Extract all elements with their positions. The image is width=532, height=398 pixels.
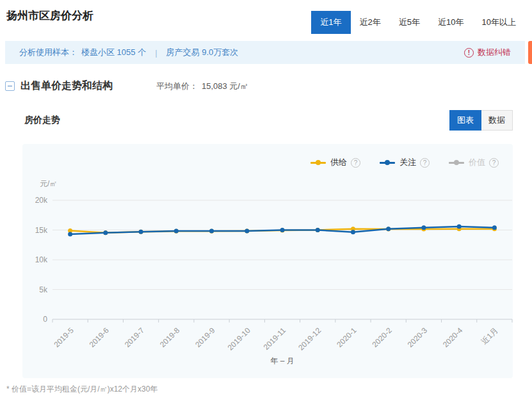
legend-label-supply: 供给 <box>330 157 347 168</box>
x-tick-label: 2019-10 <box>226 326 252 352</box>
series-point-关注 <box>245 228 249 233</box>
series-point-关注 <box>457 224 462 228</box>
legend-label-value: 价值 <box>469 157 485 168</box>
stat-divider: | <box>155 48 157 58</box>
legend-label-attention: 关注 <box>399 157 416 168</box>
page-title: 扬州市区房价分析 <box>6 8 93 23</box>
value-formula-footnote: * 价值=该月平均租金(元/月/㎡)x12个月x30年 <box>6 384 157 395</box>
value-line-marker-icon <box>449 159 464 166</box>
price-trend-chart: 元/㎡05k10k15k20k2019-52019-62019-72019-82… <box>22 144 513 378</box>
series-point-关注 <box>103 230 108 235</box>
help-circle-icon[interactable]: ? <box>489 158 499 168</box>
average-price-value: 15,083 元/㎡ <box>202 81 248 91</box>
series-point-关注 <box>209 228 214 233</box>
series-point-关注 <box>492 225 497 230</box>
x-tick-label: 2019-11 <box>262 326 288 352</box>
y-tick-label: 5k <box>39 285 48 294</box>
legend-item-value[interactable]: 价值 ? <box>449 157 499 168</box>
y-tick-label: 20k <box>35 196 48 205</box>
tab-recent-10-years[interactable]: 近10年 <box>429 11 472 34</box>
section-title: 出售单价走势和结构 <box>20 79 113 93</box>
collapse-minus-icon[interactable] <box>5 81 15 91</box>
series-point-关注 <box>280 228 285 232</box>
x-tick-label: 2019-6 <box>88 326 111 349</box>
legend-item-supply[interactable]: 供给 ? <box>310 157 360 168</box>
sample-communities-stat: 楼盘小区 1055 个 <box>81 47 146 58</box>
series-point-关注 <box>68 232 72 237</box>
sample-info-bar: 分析使用样本： 楼盘小区 1055 个 | 房产交易 9.0万套次 ! 数据纠错 <box>5 41 525 64</box>
toggle-chart-button[interactable]: 图表 <box>449 110 481 131</box>
y-axis-unit-label: 元/㎡ <box>40 179 57 188</box>
x-tick-label: 2019-7 <box>123 326 147 349</box>
x-tick-label: 2019-12 <box>296 326 323 352</box>
side-float-widget[interactable] <box>528 41 532 64</box>
tab-recent-1-year[interactable]: 近1年 <box>311 11 350 34</box>
series-point-关注 <box>174 228 179 233</box>
tab-over-10-years[interactable]: 10年以上 <box>473 11 525 34</box>
info-circle-icon: ! <box>464 48 474 58</box>
price-trend-panel: 元/㎡05k10k15k20k2019-52019-62019-72019-82… <box>22 144 513 378</box>
x-tick-label: 2020-1 <box>335 326 359 349</box>
average-price: 平均单价：15,083 元/㎡ <box>156 81 248 92</box>
x-tick-label: 2019-9 <box>193 326 217 349</box>
help-circle-icon[interactable]: ? <box>420 158 430 168</box>
sample-transactions-stat: 房产交易 9.0万套次 <box>166 47 239 58</box>
x-tick-label: 2020-4 <box>441 326 465 349</box>
trend-header: 房价走势 图表 数据 <box>24 110 513 131</box>
toggle-data-button[interactable]: 数据 <box>481 110 513 131</box>
x-axis-title: 年 – 月 <box>270 356 294 365</box>
supply-line-marker-icon <box>310 159 326 166</box>
y-tick-label: 0 <box>43 315 47 324</box>
y-tick-label: 15k <box>35 226 48 235</box>
series-point-关注 <box>139 230 143 234</box>
trend-title: 房价走势 <box>24 115 60 126</box>
series-point-关注 <box>316 228 320 232</box>
section-header: 出售单价走势和结构 平均单价：15,083 元/㎡ <box>5 79 248 93</box>
x-tick-label: 近1月 <box>480 326 500 346</box>
tab-recent-5-years[interactable]: 近5年 <box>390 11 429 34</box>
series-point-关注 <box>351 230 355 234</box>
data-correction-label: 数据纠错 <box>478 47 511 58</box>
x-tick-label: 2020-3 <box>406 326 430 349</box>
sample-prefix-label: 分析使用样本： <box>19 47 77 58</box>
legend-item-attention[interactable]: 关注 ? <box>380 157 430 168</box>
series-point-关注 <box>386 227 391 231</box>
help-circle-icon[interactable]: ? <box>351 158 360 168</box>
x-tick-label: 2019-5 <box>52 326 76 349</box>
chart-data-toggle: 图表 数据 <box>449 110 513 131</box>
time-range-tabs: 近1年 近2年 近5年 近10年 10年以上 <box>311 11 525 34</box>
x-tick-label: 2019-8 <box>158 326 182 349</box>
data-correction-link[interactable]: ! 数据纠错 <box>464 47 511 58</box>
chart-legend: 供给 ? 关注 ? 价值 ? <box>310 157 499 168</box>
housing-price-analysis-page: 扬州市区房价分析 近1年 近2年 近5年 近10年 10年以上 分析使用样本： … <box>0 0 532 398</box>
series-point-关注 <box>421 225 426 230</box>
average-price-label: 平均单价： <box>156 81 198 91</box>
x-tick-label: 2020-2 <box>370 326 394 349</box>
tab-recent-2-years[interactable]: 近2年 <box>351 11 390 34</box>
attention-line-marker-icon <box>380 159 395 166</box>
y-tick-label: 10k <box>35 255 48 264</box>
